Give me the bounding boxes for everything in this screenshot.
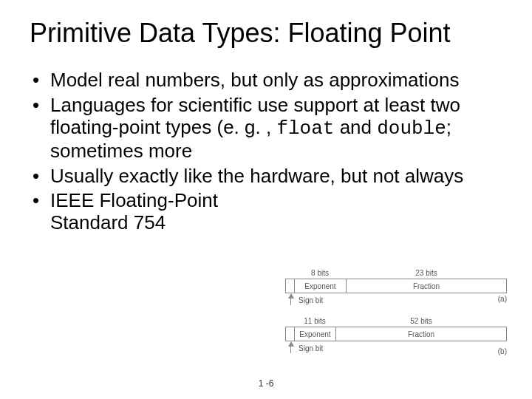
bullet-item: Model real numbers, but only as approxim…: [30, 69, 502, 92]
subfigure-tag: (b): [498, 347, 507, 355]
frac-bits-label: 23 bits: [346, 269, 507, 279]
bullet-text: Model real numbers, but only as approxim…: [50, 69, 460, 91]
fp-row: Exponent Fraction: [285, 279, 507, 293]
exp-bits-label: 11 bits: [294, 317, 335, 327]
bullet-text: Usually exactly like the hardware, but n…: [50, 165, 463, 187]
sign-label: Sign bit: [299, 344, 323, 352]
fp-single: 8 bits 23 bits Exponent Fraction Sign bi…: [285, 269, 507, 307]
bullet-item: IEEE Floating-Point Standard 754: [30, 190, 251, 234]
arrow-stem: [290, 298, 291, 305]
slide-number: 1 -6: [0, 378, 532, 389]
bullet-text: IEEE Floating-Point Standard 754: [50, 189, 218, 233]
slide: Primitive Data Types: Floating Point Mod…: [0, 0, 532, 399]
bullet-list: Model real numbers, but only as approxim…: [30, 69, 502, 234]
spacer: [285, 317, 294, 327]
ieee-figure: 8 bits 23 bits Exponent Fraction Sign bi…: [285, 269, 507, 365]
arrow-stem: [290, 346, 291, 353]
sign-pointer: Sign bit (a): [285, 293, 507, 307]
sign-cell: [286, 327, 295, 341]
frac-bits-label: 52 bits: [335, 317, 507, 327]
slide-title: Primitive Data Types: Floating Point: [30, 18, 502, 49]
frac-cell: Fraction: [336, 327, 506, 341]
frac-cell: Fraction: [347, 279, 506, 293]
bullet-item: Languages for scientific use support at …: [30, 95, 502, 163]
spacer: [285, 269, 294, 279]
sign-cell: [286, 279, 295, 293]
arrow-up-icon: [288, 293, 294, 299]
fp-double: 11 bits 52 bits Exponent Fraction Sign b…: [285, 317, 507, 355]
code-double: double: [377, 117, 446, 140]
exp-cell: Exponent: [295, 279, 347, 293]
subfigure-tag: (a): [498, 295, 507, 303]
sign-pointer: Sign bit (b): [285, 341, 507, 355]
bullet-text: and: [334, 116, 377, 138]
exp-cell: Exponent: [295, 327, 336, 341]
exp-bits-label: 8 bits: [294, 269, 346, 279]
code-float: float: [276, 117, 334, 140]
sign-label: Sign bit: [299, 296, 323, 304]
fp-row: Exponent Fraction: [285, 327, 507, 341]
arrow-up-icon: [288, 341, 294, 347]
bullet-item: Usually exactly like the hardware, but n…: [30, 166, 502, 188]
